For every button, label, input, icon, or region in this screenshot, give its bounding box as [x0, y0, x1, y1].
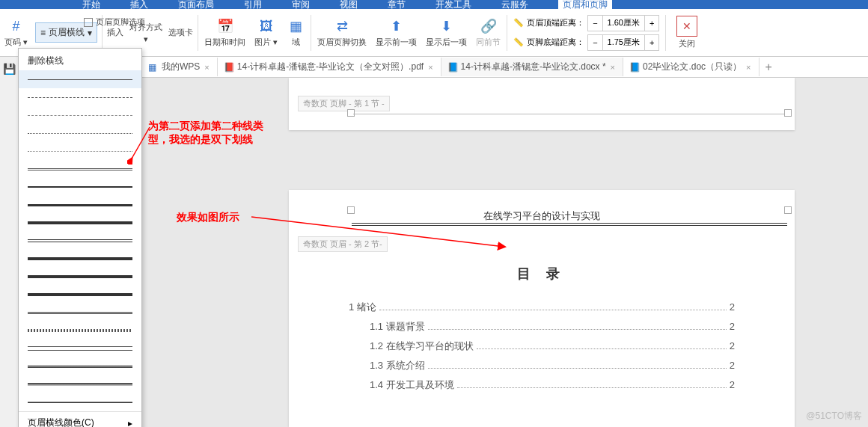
close-icon[interactable]: × [745, 63, 752, 72]
line-style-double-thick[interactable] [19, 286, 141, 304]
calendar-icon: 📅 [216, 17, 234, 35]
arrow-right-icon: ▸ [128, 418, 132, 428]
picture-icon: 🖼 [257, 17, 275, 35]
line-color-option[interactable]: 页眉横线颜色(C)▸ [19, 411, 141, 427]
line-icon: ≡ [40, 28, 46, 38]
menu-item[interactable]: 引用 [244, 0, 262, 9]
quick-access: 💾 [0, 60, 19, 78]
menu-bar: 开始 插入 页面布局 引用 审阅 视图 章节 开发工具 云服务 页眉和页脚 [0, 0, 868, 9]
top-distance-label: 页眉顶端距离： [527, 17, 584, 28]
word-icon: 📘 [629, 62, 640, 73]
tab-docx-active[interactable]: 📘14-计科卓越-潘锡意-毕业论文.docx *× [441, 58, 623, 76]
document-workspace: 奇数页 页脚 - 第 1 节 - 在线学习平台的设计与实现 奇数页 页眉 - 第… [142, 78, 868, 427]
page-number-icon: # [7, 17, 25, 35]
tab-doc-readonly[interactable]: 📘02毕业论文.doc（只读）× [623, 58, 759, 76]
show-prev-button[interactable]: ⬆ 显示前一项 [371, 14, 421, 51]
line-style-double2[interactable] [19, 304, 141, 322]
menu-item[interactable]: 视图 [340, 0, 358, 9]
toc-row: 1.1 课题背景2 [349, 320, 735, 334]
bottom-distance-label: 页脚底端距离： [527, 37, 584, 48]
line-style-thick3[interactable] [19, 214, 141, 232]
line-style-dash-dot-dot[interactable] [19, 142, 141, 160]
line-style-dash-dot[interactable] [19, 124, 141, 142]
watermark: @51CTO博客 [806, 410, 862, 423]
bottom-distance-spinner[interactable]: −1.75厘米+ [587, 34, 659, 51]
hf-options-checkbox[interactable]: 页眉页脚选项 [78, 12, 151, 32]
options-tab-button[interactable]: 选项卡 [165, 25, 196, 40]
link-icon: 🔗 [480, 17, 498, 35]
line-style-double[interactable] [19, 160, 141, 178]
line-style-thick-thin[interactable] [19, 268, 141, 286]
close-icon[interactable]: × [427, 63, 434, 72]
page-1-footer-area: 奇数页 页脚 - 第 1 节 - [289, 78, 795, 130]
line-style-dashed[interactable] [19, 88, 141, 106]
line-style-double-wavy[interactable] [19, 340, 141, 357]
footer-section-label: 奇数页 页脚 - 第 1 节 - [298, 96, 390, 111]
line-style-thin[interactable] [19, 70, 141, 88]
tab-pdf[interactable]: 📕14-计科卓越-潘锡意-毕业论文（全文对照）.pdf× [218, 58, 441, 76]
show-next-button[interactable]: ⬇ 显示后一项 [421, 14, 471, 51]
line-style-gradient[interactable] [19, 357, 141, 375]
header-section-label: 奇数页 页眉 - 第 2 节- [298, 236, 388, 252]
tab-my-wps[interactable]: ▦我的WPS× [142, 58, 218, 76]
grid-icon: ▦ [148, 62, 159, 73]
page-2: 在线学习平台的设计与实现 奇数页 页眉 - 第 2 节- 目 录 1 绪论2 1… [289, 190, 795, 427]
field-button[interactable]: ▦ 域 [282, 14, 309, 51]
date-time-button[interactable]: 📅 日期和时间 [200, 14, 250, 51]
menu-item[interactable]: 云服务 [501, 0, 528, 9]
close-icon[interactable]: × [609, 63, 617, 72]
menu-item[interactable]: 章节 [388, 0, 406, 9]
switch-icon: ⇄ [333, 17, 351, 35]
footer-line[interactable] [353, 114, 787, 114]
next-icon: ⬇ [438, 17, 456, 35]
document-tabs: ▦我的WPS× 📕14-计科卓越-潘锡意-毕业论文（全文对照）.pdf× 📘14… [142, 57, 868, 78]
line-style-gradient2[interactable] [19, 375, 141, 393]
line-style-thick[interactable] [19, 178, 141, 196]
picture-button[interactable]: 🖼 图片 ▾ [250, 14, 282, 51]
ruler-icon: 📏 [513, 18, 524, 28]
menu-item[interactable]: 插入 [130, 0, 148, 9]
header-line-gallery: 删除横线 页眉横线颜色(C)▸ [18, 48, 142, 427]
line-style-triple[interactable] [19, 232, 141, 250]
top-distance-spinner[interactable]: −1.60厘米+ [587, 15, 659, 31]
save-icon[interactable]: 💾 [3, 63, 16, 75]
header-title-text[interactable]: 在线学习平台的设计与实现 [289, 209, 795, 223]
close-icon[interactable]: × [203, 63, 210, 72]
delete-line-option[interactable]: 删除横线 [19, 52, 141, 70]
toc-title: 目 录 [289, 265, 795, 283]
toc-row: 1.3 系统介绍2 [349, 359, 735, 372]
menu-item[interactable]: 审阅 [292, 0, 310, 9]
close-hf-button[interactable]: ✕ 关闭 [667, 13, 706, 52]
toc-row: 1 绪论2 [349, 301, 735, 314]
page-number-button[interactable]: # 页码 ▾ [0, 14, 32, 51]
line-style-thick2[interactable] [19, 196, 141, 214]
field-icon: ▦ [287, 17, 305, 35]
toc-row: 1.2 在线学习平台的现状2 [349, 340, 735, 353]
new-tab-button[interactable]: + [760, 58, 778, 77]
word-icon: 📘 [447, 62, 458, 73]
hf-switch-button[interactable]: ⇄ 页眉页脚切换 [313, 14, 371, 51]
table-of-contents: 目 录 1 绪论2 1.1 课题背景2 1.2 在线学习平台的现状2 1.3 系… [289, 265, 795, 398]
menu-item[interactable]: 开始 [82, 0, 100, 9]
line-style-dash-wide[interactable] [19, 106, 141, 124]
header-double-line [352, 223, 787, 224]
header-double-line [352, 225, 787, 226]
menu-item[interactable]: 页面布局 [178, 0, 214, 9]
pdf-icon: 📕 [224, 62, 234, 73]
toc-row: 1.4 开发工具及环境2 [349, 378, 735, 392]
menu-item[interactable]: 开发工具 [435, 0, 471, 9]
line-style-thin-thick[interactable] [19, 250, 141, 268]
line-style-emboss[interactable] [19, 393, 141, 411]
ruler-icon: 📏 [513, 37, 524, 47]
line-style-wavy[interactable] [19, 322, 141, 340]
same-prev-button[interactable]: 🔗 同前节 [471, 14, 505, 51]
prev-icon: ⬆ [388, 17, 406, 35]
close-icon: ✕ [676, 16, 697, 37]
menu-item-active[interactable]: 页眉和页脚 [558, 0, 612, 9]
